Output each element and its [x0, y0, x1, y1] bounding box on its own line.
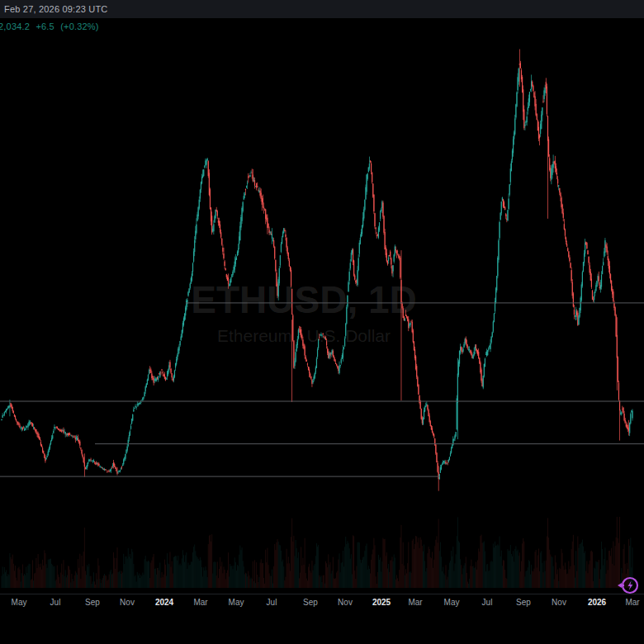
time-axis-month-label: Sep	[85, 598, 100, 607]
time-axis-month-label: Nov	[338, 598, 353, 607]
datetime-label: Feb 27, 2026 09:23 UTC	[0, 4, 107, 14]
time-axis-year-label: 2025	[372, 598, 391, 607]
time-axis-month-label: Sep	[516, 598, 531, 607]
level-lines-layer	[0, 303, 644, 476]
price-ticker: 2,034.2 +6.5 (+0.32%)	[0, 21, 102, 31]
time-axis-month-label: Sep	[303, 598, 318, 607]
price-change: +6.5	[36, 21, 54, 31]
time-axis-month-label: Nov	[120, 598, 135, 607]
time-axis-month-label: Mar	[193, 598, 207, 607]
time-axis-month-label: Nov	[552, 598, 566, 607]
boost-button[interactable]	[609, 575, 642, 596]
time-axis-month-label: Jul	[267, 598, 277, 607]
header-bar: Feb 27, 2026 09:23 UTC	[0, 0, 644, 18]
volume-layer	[2, 517, 633, 588]
candles-layer	[1, 50, 632, 491]
time-axis-month-label: May	[12, 598, 27, 607]
time-axis-year-label: 2026	[588, 598, 606, 607]
last-price: 2,034.2	[0, 21, 30, 31]
time-axis-month-label: Mar	[625, 598, 639, 607]
time-axis[interactable]: MayJulSepNov2024MarMayJulSepNov2025MarMa…	[0, 594, 644, 616]
time-axis-month-label: Jul	[482, 598, 493, 607]
time-axis-year-label: 2024	[155, 598, 173, 607]
price-change-pct: (+0.32%)	[60, 21, 99, 31]
lightning-icon	[628, 581, 633, 591]
price-chart-svg[interactable]	[0, 0, 644, 644]
time-axis-month-label: Jul	[50, 598, 61, 607]
time-axis-month-label: May	[444, 598, 460, 607]
tradingview-chart: Feb 27, 2026 09:23 UTC 2,034.2 +6.5 (+0.…	[0, 0, 644, 644]
time-axis-month-label: Mar	[408, 598, 422, 607]
time-axis-month-label: May	[229, 598, 244, 607]
